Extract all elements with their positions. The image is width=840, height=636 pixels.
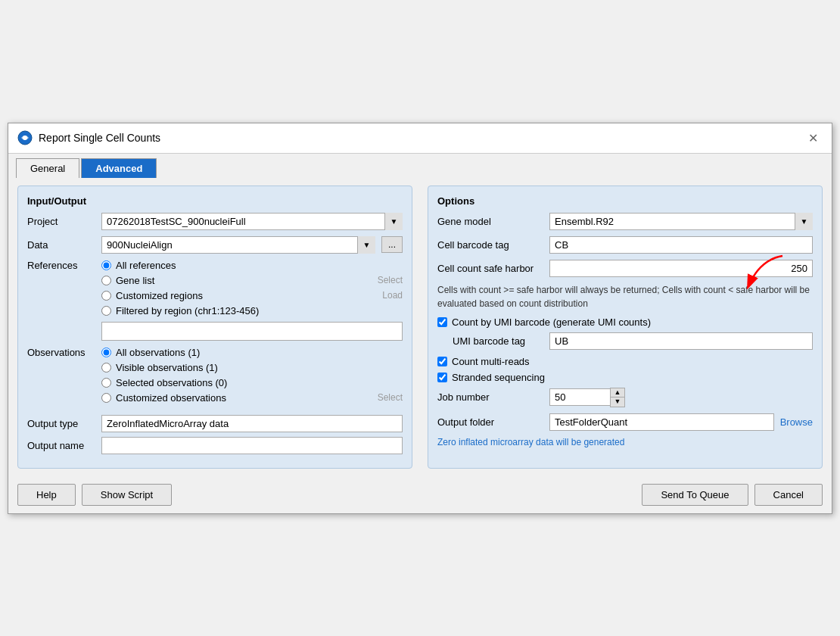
job-number-wrap: ▲ ▼ <box>549 388 625 407</box>
tab-bar: General Advanced <box>8 154 832 178</box>
ref-all-label: All references <box>116 260 176 271</box>
umi-tag-input[interactable] <box>549 332 813 350</box>
job-number-down[interactable]: ▼ <box>611 398 624 407</box>
input-output-title: Input/Output <box>27 195 403 207</box>
obs-custom-row: Customized observations Select <box>101 392 403 404</box>
ref-filtered-label: Filtered by region (chr1:123-456) <box>116 305 259 316</box>
references-label: References <box>27 260 95 271</box>
ref-custom-row: Customized regions Load <box>101 290 403 301</box>
job-number-row: Job number ▲ ▼ <box>437 388 813 407</box>
cell-barcode-label: Cell barcode tag <box>437 239 543 251</box>
references-row: References All references Gene list Sele… <box>27 260 403 341</box>
cell-barcode-row: Cell barcode tag <box>437 236 813 254</box>
observations-row: Observations All observations (1) Visibl… <box>27 347 403 407</box>
gene-model-row: Gene model Ensembl.R92 ▼ <box>437 213 813 230</box>
count-multi-row: Count multi-reads <box>437 356 813 367</box>
ref-gene-select: Select <box>378 275 403 285</box>
output-folder-input[interactable] <box>549 413 774 431</box>
ref-filtered-row: Filtered by region (chr1:123-456) <box>101 305 403 316</box>
obs-all-label: All observations (1) <box>116 347 200 358</box>
job-number-up[interactable]: ▲ <box>611 388 624 398</box>
output-type-label: Output type <box>27 418 95 429</box>
obs-selected-radio[interactable] <box>101 378 111 388</box>
ref-custom-radio[interactable] <box>101 291 111 301</box>
tab-general[interactable]: General <box>16 158 79 178</box>
output-name-input[interactable] <box>101 437 403 454</box>
gene-model-select[interactable]: Ensembl.R92 <box>549 213 813 230</box>
ref-gene-row: Gene list Select <box>101 275 403 286</box>
count-multi-checkbox[interactable] <box>437 357 447 366</box>
project-label: Project <box>27 216 95 227</box>
project-select[interactable]: 07262018TestSC_900nucleiFull <box>101 213 403 230</box>
output-type-input[interactable] <box>101 415 403 432</box>
obs-custom-label: Customized observations <box>116 392 226 404</box>
svg-point-1 <box>23 136 27 140</box>
count-umi-checkbox[interactable] <box>437 317 447 327</box>
obs-visible-label: Visible observations (1) <box>116 362 218 373</box>
ref-custom-label: Customized regions <box>116 290 203 301</box>
data-label: Data <box>27 239 95 251</box>
ref-text-input[interactable] <box>101 322 403 341</box>
references-options: All references Gene list Select Customiz… <box>101 260 403 341</box>
job-number-label: Job number <box>437 391 543 403</box>
safe-harbor-text: Cells with count >= safe harbor will alw… <box>437 283 813 310</box>
gene-model-wrapper: Ensembl.R92 ▼ <box>549 213 813 230</box>
bottom-bar: Help Show Script Send To Queue Cancel <box>8 476 832 513</box>
tab-advanced[interactable]: Advanced <box>81 158 157 178</box>
ref-gene-label: Gene list <box>116 275 154 286</box>
project-select-wrapper: 07262018TestSC_900nucleiFull ▼ <box>101 213 403 230</box>
count-umi-label: Count by UMI barcode (generate UMI count… <box>452 316 651 328</box>
send-to-queue-button[interactable]: Send To Queue <box>642 484 748 506</box>
obs-custom-radio[interactable] <box>101 393 111 403</box>
output-folder-row: Output folder Browse <box>437 413 813 431</box>
umi-tag-row: UMI barcode tag <box>453 332 813 350</box>
title-bar: Report Single Cell Counts ✕ <box>8 123 832 154</box>
observations-label: Observations <box>27 347 95 358</box>
safe-harbor-input[interactable] <box>549 260 813 277</box>
obs-all-row: All observations (1) <box>101 347 403 358</box>
bottom-right-buttons: Send To Queue Cancel <box>642 484 823 506</box>
browse-link[interactable]: Browse <box>780 416 813 428</box>
obs-custom-select: Select <box>378 392 403 403</box>
data-row: Data 900NucleiAlign ▼ ... <box>27 236 403 254</box>
obs-visible-row: Visible observations (1) <box>101 362 403 373</box>
observations-options: All observations (1) Visible observation… <box>101 347 403 407</box>
info-text: Zero inflated microarray data will be ge… <box>437 437 813 447</box>
umi-tag-label: UMI barcode tag <box>453 335 543 347</box>
data-browse-button[interactable]: ... <box>381 236 403 253</box>
obs-selected-label: Selected observations (0) <box>116 377 227 388</box>
output-name-label: Output name <box>27 440 95 451</box>
app-icon <box>17 130 33 145</box>
obs-selected-row: Selected observations (0) <box>101 377 403 388</box>
safe-harbor-label: Cell count safe harbor <box>437 263 543 274</box>
title-bar-left: Report Single Cell Counts <box>17 130 160 145</box>
help-button[interactable]: Help <box>17 484 76 506</box>
dialog: Report Single Cell Counts ✕ General Adva… <box>8 123 832 514</box>
stranded-checkbox[interactable] <box>437 373 447 382</box>
cancel-button[interactable]: Cancel <box>754 484 823 506</box>
bottom-left-buttons: Help Show Script <box>17 484 172 506</box>
stranded-row: Stranded sequencing <box>437 372 813 383</box>
show-script-button[interactable]: Show Script <box>82 484 172 506</box>
right-panel: Options Gene model Ensembl.R92 ▼ Cell ba… <box>428 186 823 469</box>
safe-harbor-row: Cell count safe harbor <box>437 260 813 277</box>
job-number-input[interactable] <box>549 388 610 406</box>
ref-gene-radio[interactable] <box>101 276 111 285</box>
cell-barcode-input[interactable] <box>549 236 813 254</box>
ref-filtered-radio[interactable] <box>101 306 111 316</box>
close-button[interactable]: ✕ <box>804 129 823 147</box>
project-row: Project 07262018TestSC_900nucleiFull ▼ <box>27 213 403 230</box>
data-select-wrapper: 900NucleiAlign ▼ <box>101 236 375 254</box>
obs-visible-radio[interactable] <box>101 363 111 373</box>
output-type-row: Output type <box>27 415 403 432</box>
ref-all-radio[interactable] <box>101 260 111 270</box>
content-area: Input/Output Project 07262018TestSC_900n… <box>8 178 832 476</box>
output-name-row: Output name <box>27 437 403 454</box>
obs-all-radio[interactable] <box>101 348 111 357</box>
gene-model-label: Gene model <box>437 216 543 227</box>
ref-custom-load: Load <box>382 290 403 301</box>
count-multi-label: Count multi-reads <box>452 356 530 367</box>
data-select[interactable]: 900NucleiAlign <box>101 236 375 254</box>
count-umi-row: Count by UMI barcode (generate UMI count… <box>437 316 813 328</box>
job-number-spinner: ▲ ▼ <box>610 388 625 407</box>
